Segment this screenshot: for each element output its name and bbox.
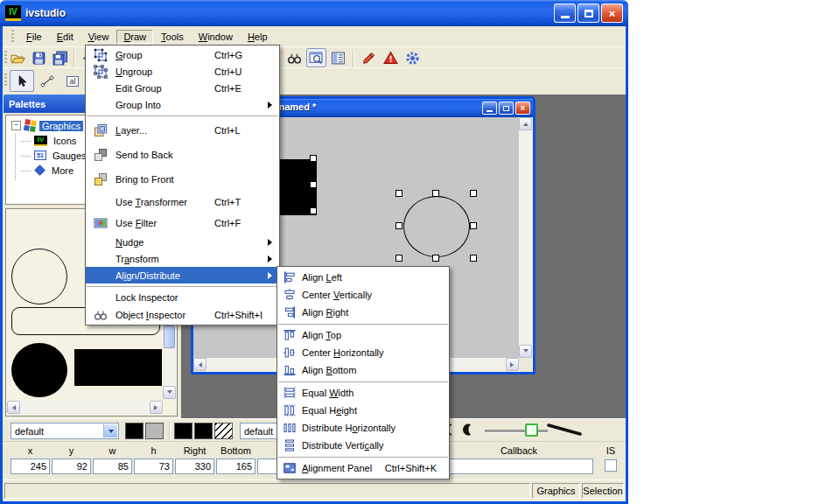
report-button[interactable]	[328, 48, 348, 67]
menu-item-lock-inspector[interactable]: Lock Inspector	[86, 289, 279, 306]
cursor-button[interactable]	[10, 70, 34, 92]
menu-item-bring-to-front[interactable]: Bring to Front	[86, 167, 279, 192]
style-combobox[interactable]: default	[10, 423, 119, 439]
color-swatch-black[interactable]	[194, 423, 213, 439]
toolbar-grip[interactable]	[4, 51, 7, 65]
doc-close-button[interactable]: ×	[515, 102, 530, 115]
selection-handle[interactable]	[396, 190, 402, 197]
menu-help[interactable]: Help	[241, 30, 275, 44]
menu-item-distribute-horizontally[interactable]: Distribute Horizontally	[277, 419, 449, 437]
palette-horizontal-scrollbar[interactable]	[7, 401, 163, 415]
menu-item-equal-height[interactable]: Equal Height	[277, 402, 449, 419]
color-swatch-black[interactable]	[174, 423, 192, 439]
field-input-w[interactable]: 85	[93, 458, 132, 474]
canvas-vertical-scrollbar[interactable]	[519, 117, 533, 358]
is-checkbox[interactable]	[605, 459, 617, 472]
maximize-button[interactable]	[578, 4, 599, 23]
selection-handle[interactable]	[310, 207, 317, 214]
selection-handle[interactable]	[470, 222, 477, 229]
palette-shape-filled-rect[interactable]	[74, 349, 162, 386]
menu-item-align-right[interactable]: Align Right	[277, 304, 449, 321]
selection-handle[interactable]	[396, 222, 402, 229]
toolbar-grip[interactable]	[4, 74, 7, 88]
menu-item-group-into[interactable]: Group Into	[86, 96, 279, 113]
scroll-down-button[interactable]	[163, 386, 176, 399]
zoom-window-button[interactable]	[306, 48, 326, 67]
menu-window[interactable]: Window	[192, 30, 240, 44]
color-swatch-gray[interactable]	[145, 423, 164, 439]
scroll-right-button[interactable]	[506, 358, 519, 371]
selection-handle[interactable]	[470, 190, 477, 197]
scroll-down-button[interactable]	[519, 345, 532, 358]
menu-item-object-inspector[interactable]: Object InspectorCtrl+Shift+I	[86, 306, 279, 324]
edit-button[interactable]	[359, 48, 379, 67]
menu-item-ungroup[interactable]: UngroupCtrl+U	[86, 63, 279, 80]
alignment-panel-icon	[277, 462, 302, 474]
color-swatch-black[interactable]	[125, 423, 144, 439]
save-all-button[interactable]	[50, 48, 70, 67]
menu-item-align-left[interactable]: Align Left	[277, 269, 449, 286]
width-slider-thumb[interactable]	[525, 424, 538, 437]
field-input-x[interactable]: 245	[10, 458, 50, 474]
doc-restore-button[interactable]	[499, 102, 514, 115]
menu-view[interactable]: View	[81, 30, 116, 44]
selection-handle[interactable]	[432, 190, 439, 197]
field-input-y[interactable]: 92	[52, 458, 91, 474]
menu-item-center-vertically[interactable]: Center Vertically	[277, 286, 449, 304]
menu-item-align-distribute[interactable]: Align/Distribute	[86, 267, 279, 284]
gear-button[interactable]	[402, 48, 423, 67]
canvas-ellipse-shape[interactable]	[403, 196, 470, 257]
toolbar-grip[interactable]	[11, 30, 14, 44]
palette-shape-filled-circle[interactable]	[11, 343, 67, 397]
menu-draw[interactable]: Draw	[116, 30, 153, 44]
menu-item-alignment-panel[interactable]: Alignment PanelCtrl+Shift+K	[277, 459, 449, 477]
menu-item-edit-group[interactable]: Edit GroupCtrl+E	[86, 80, 279, 96]
width-slider-track[interactable]	[485, 430, 548, 433]
menu-item-align-bottom[interactable]: Align Bottom	[277, 361, 449, 379]
text-al-button[interactable]: al	[60, 70, 85, 92]
field-input-bottom[interactable]: 165	[216, 458, 256, 474]
app-titlebar[interactable]: IV ivstudio ×	[0, 0, 628, 26]
menu-item-center-horizontally[interactable]: Center Horizontally	[277, 344, 449, 361]
selection-handle[interactable]	[470, 255, 477, 262]
color-swatch-hatch[interactable]	[214, 423, 233, 439]
field-label-h: h	[134, 445, 173, 456]
minimize-button[interactable]	[554, 4, 576, 23]
scroll-up-button[interactable]	[519, 117, 532, 130]
scroll-right-button[interactable]	[150, 401, 163, 414]
node-tool-button[interactable]	[35, 70, 60, 92]
binoculars-button[interactable]	[284, 48, 304, 67]
palette-shape-circle[interactable]	[11, 248, 67, 304]
menu-item-equal-width[interactable]: Equal Width	[277, 384, 449, 402]
scroll-left-button[interactable]	[193, 358, 206, 371]
tree-expander-icon[interactable]: −	[11, 121, 21, 130]
menu-item-use-transformer[interactable]: Use TransformerCtrl+T	[86, 192, 279, 213]
scroll-left-button[interactable]	[7, 401, 20, 414]
menu-tools[interactable]: Tools	[154, 30, 191, 44]
selection-handle[interactable]	[432, 255, 439, 262]
field-input-right[interactable]: 330	[175, 458, 214, 474]
menu-item-use-filter[interactable]: Use FilterCtrl+F	[86, 213, 279, 234]
selection-handle[interactable]	[396, 255, 402, 262]
menu-item-send-to-back[interactable]: Send to Back	[86, 143, 279, 167]
scrollbar-thumb[interactable]	[164, 326, 175, 348]
selection-handle[interactable]	[310, 181, 317, 188]
close-button[interactable]: ×	[601, 4, 623, 23]
combobox-dropdown-button[interactable]	[103, 424, 117, 438]
menu-item-nudge[interactable]: Nudge	[86, 234, 279, 250]
callback-input[interactable]	[444, 458, 593, 474]
field-input-h[interactable]: 73	[134, 458, 173, 474]
menu-item-layer[interactable]: Layer...Ctrl+L	[86, 118, 279, 143]
open-folder-button[interactable]	[8, 48, 28, 67]
doc-minimize-button[interactable]	[482, 102, 497, 115]
menu-file[interactable]: File	[19, 30, 49, 44]
save-button[interactable]	[29, 48, 49, 67]
crescent-icon[interactable]	[461, 423, 475, 438]
menu-item-distribute-vertically[interactable]: Distribute Vertically	[277, 437, 449, 454]
warning-button[interactable]	[381, 48, 401, 67]
menu-item-align-top[interactable]: Align Top	[277, 326, 449, 344]
menu-edit[interactable]: Edit	[50, 30, 80, 44]
selection-handle[interactable]	[310, 155, 317, 162]
menu-item-transform[interactable]: Transform	[86, 250, 279, 267]
menu-item-group[interactable]: GroupCtrl+G	[86, 46, 279, 63]
